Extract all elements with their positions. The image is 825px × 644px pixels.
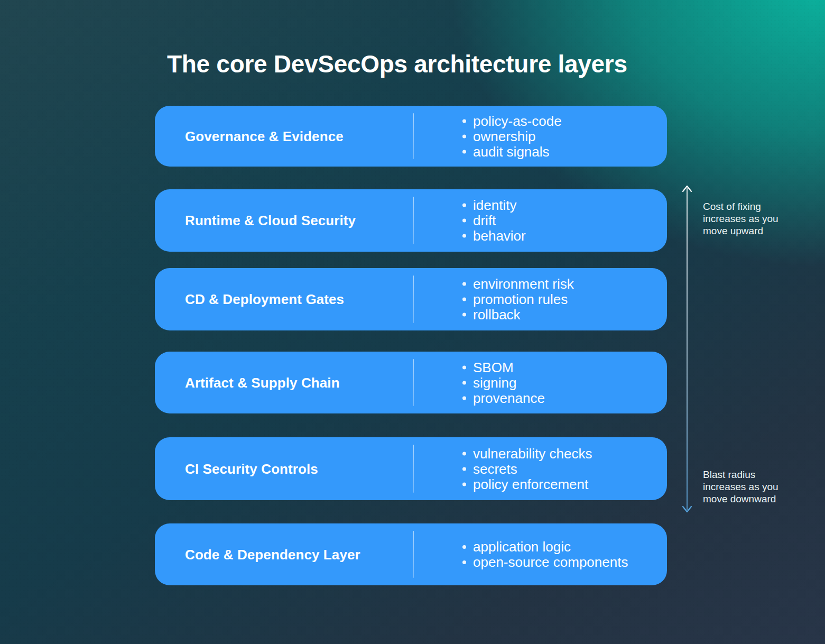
layer-items: application logic open-source components — [462, 539, 628, 570]
bullet-icon — [462, 298, 466, 301]
arrow-graphic — [680, 183, 694, 514]
bullet-text: ownership — [473, 128, 536, 144]
bullet-text: provenance — [473, 390, 545, 406]
bullet-text: open-source components — [473, 555, 628, 570]
annotation-line: increases as you — [703, 481, 778, 493]
bullet-icon — [462, 467, 466, 471]
list-item: provenance — [462, 390, 545, 406]
annotation-cost-of-fixing: Cost of fixing increases as you move upw… — [703, 200, 778, 237]
list-item: policy enforcement — [462, 476, 592, 492]
card-divider — [413, 197, 414, 244]
list-item: promotion rules — [462, 292, 574, 307]
bullet-icon — [462, 282, 466, 286]
layer-name: Runtime & Cloud Security — [185, 213, 356, 229]
list-item: behavior — [462, 228, 526, 244]
bullet-text: behavior — [473, 228, 526, 244]
list-item: SBOM — [462, 360, 545, 375]
layer-card-artifact-supply-chain: Artifact & Supply Chain SBOM signing pro… — [155, 352, 667, 413]
card-divider — [413, 531, 414, 578]
layer-name: Artifact & Supply Chain — [185, 374, 340, 391]
bullet-text: drift — [473, 213, 496, 228]
layer-items: identity drift behavior — [462, 198, 526, 244]
list-item: policy-as-code — [462, 113, 562, 128]
bullet-icon — [462, 482, 466, 486]
layer-card-code-dependency-layer: Code & Dependency Layer application logi… — [155, 523, 667, 585]
list-item: open-source components — [462, 555, 628, 570]
card-divider — [413, 275, 414, 323]
list-item: signing — [462, 375, 545, 390]
layer-items: SBOM signing provenance — [462, 360, 545, 406]
bullet-text: policy enforcement — [473, 476, 588, 492]
bullet-text: audit signals — [473, 144, 550, 159]
bullet-text: environment risk — [473, 277, 574, 292]
bullet-text: vulnerability checks — [473, 446, 592, 461]
list-item: environment risk — [462, 277, 574, 292]
list-item: drift — [462, 213, 526, 228]
list-item: vulnerability checks — [462, 446, 592, 461]
bullet-text: policy-as-code — [473, 113, 562, 128]
bullet-icon — [462, 365, 466, 369]
list-item: rollback — [462, 307, 574, 323]
list-item: identity — [462, 198, 526, 213]
bullet-text: signing — [473, 375, 516, 390]
bullet-icon — [462, 452, 466, 455]
bullet-text: SBOM — [473, 360, 514, 375]
bullet-text: application logic — [473, 539, 571, 555]
layer-card-cd-deployment-gates: CD & Deployment Gates environment risk p… — [155, 268, 667, 330]
layer-name: CD & Deployment Gates — [185, 291, 344, 308]
layer-items: environment risk promotion rules rollbac… — [462, 277, 574, 323]
annotation-line: move upward — [703, 225, 778, 237]
bullet-text: identity — [473, 198, 516, 213]
bullet-icon — [462, 313, 466, 317]
layer-items: vulnerability checks secrets policy enfo… — [462, 446, 592, 492]
bullet-icon — [462, 381, 466, 384]
bullet-text: secrets — [473, 461, 517, 476]
bullet-icon — [462, 119, 466, 123]
card-divider — [413, 359, 414, 406]
infographic-canvas: The core DevSecOps architecture layers G… — [0, 0, 825, 644]
list-item: secrets — [462, 461, 592, 476]
annotation-line: increases as you — [703, 213, 778, 225]
card-divider — [413, 445, 414, 493]
bullet-text: rollback — [473, 307, 521, 323]
bullet-icon — [462, 134, 466, 138]
card-divider — [413, 113, 414, 159]
layer-name: Code & Dependency Layer — [185, 546, 360, 563]
bullet-icon — [462, 219, 466, 223]
annotation-line: Blast radius — [703, 468, 778, 481]
bidirectional-arrow — [680, 183, 694, 514]
list-item: ownership — [462, 128, 562, 144]
layer-card-runtime-cloud-security: Runtime & Cloud Security identity drift … — [155, 189, 667, 252]
annotation-blast-radius: Blast radius increases as you move downw… — [703, 468, 778, 505]
bullet-text: promotion rules — [473, 292, 568, 307]
annotation-line: Cost of fixing — [703, 200, 778, 213]
layer-items: policy-as-code ownership audit signals — [462, 113, 562, 159]
bullet-icon — [462, 560, 466, 564]
list-item: application logic — [462, 539, 628, 555]
layer-card-ci-security-controls: CI Security Controls vulnerability check… — [155, 437, 667, 500]
list-item: audit signals — [462, 144, 562, 159]
bullet-icon — [462, 396, 466, 400]
layer-name: Governance & Evidence — [185, 128, 344, 144]
bullet-icon — [462, 204, 466, 207]
annotation-line: move downward — [703, 493, 778, 505]
layer-card-governance-evidence: Governance & Evidence policy-as-code own… — [155, 106, 667, 167]
layer-name: CI Security Controls — [185, 461, 318, 477]
bullet-icon — [462, 545, 466, 549]
bullet-icon — [462, 150, 466, 153]
bullet-icon — [462, 234, 466, 238]
layer-stack: Governance & Evidence policy-as-code own… — [0, 0, 825, 644]
